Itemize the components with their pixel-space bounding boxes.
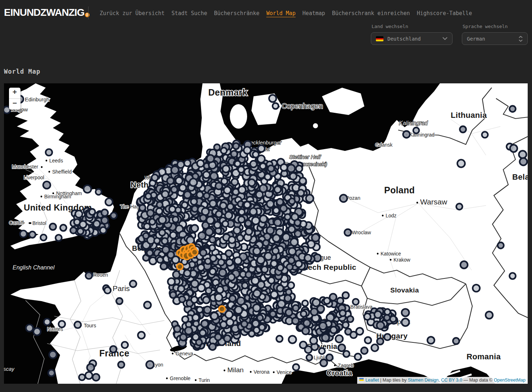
book-exchange-marker[interactable] [310,337,317,344]
book-exchange-marker[interactable] [356,328,363,335]
book-exchange-marker[interactable] [282,234,290,241]
book-exchange-marker[interactable] [203,297,210,304]
logo[interactable]: EINUNDZWANZIG ₿ [4,7,90,18]
book-exchange-marker[interactable] [89,209,95,215]
book-exchange-marker[interactable] [498,243,504,249]
book-exchange-marker[interactable] [231,179,238,185]
book-exchange-marker[interactable] [286,289,292,295]
book-exchange-marker[interactable] [248,179,255,186]
book-exchange-marker[interactable] [510,145,517,152]
nav-link-stadt-suche[interactable]: Stadt Suche [172,10,207,17]
book-exchange-marker[interactable] [297,190,304,196]
book-exchange-marker[interactable] [138,332,145,338]
book-exchange-marker[interactable] [143,233,149,239]
book-exchange-marker[interactable] [336,335,343,342]
book-exchange-marker[interactable] [206,288,212,294]
book-exchange-marker[interactable] [210,268,216,275]
book-exchange-marker[interactable] [210,172,218,180]
attribution-link[interactable]: Leaflet [365,378,379,383]
book-exchange-marker[interactable] [219,269,226,276]
book-exchange-marker[interactable] [173,217,179,223]
book-exchange-marker[interactable] [26,324,33,332]
book-exchange-marker[interactable] [46,149,52,156]
book-exchange-marker[interactable] [200,330,206,336]
book-exchange-marker[interactable] [229,295,236,302]
attribution-link[interactable]: CC BY 3.0 [441,378,462,383]
book-exchange-marker[interactable] [41,235,47,241]
book-exchange-marker[interactable] [267,200,274,208]
book-exchange-marker[interactable] [342,292,349,299]
book-exchange-marker[interactable] [260,215,267,222]
book-exchange-marker[interactable] [191,198,197,205]
book-exchange-marker[interactable] [157,202,163,208]
book-exchange-marker[interactable] [203,171,210,178]
book-exchange-marker[interactable] [320,359,327,366]
book-exchange-marker[interactable] [44,319,50,325]
book-exchange-marker[interactable] [100,227,106,234]
book-exchange-marker[interactable] [273,103,279,109]
language-select[interactable]: German [462,32,528,45]
book-exchange-marker[interactable] [353,299,359,305]
book-exchange-marker[interactable] [33,328,41,335]
book-exchange-marker[interactable] [260,185,267,192]
book-exchange-marker[interactable] [79,221,86,228]
book-exchange-marker[interactable] [271,260,277,267]
nav-link-b-cherschr-nke[interactable]: Bücherschränke [214,10,259,17]
book-exchange-marker[interactable] [207,155,214,162]
book-exchange-marker[interactable] [110,212,117,218]
book-exchange-marker[interactable] [197,192,203,198]
book-exchange-marker[interactable] [460,126,466,132]
book-exchange-marker-highlight[interactable] [177,264,183,270]
book-exchange-marker[interactable] [162,191,169,198]
book-exchange-marker[interactable] [83,185,91,193]
book-exchange-marker[interactable] [187,236,194,244]
book-exchange-marker[interactable] [384,334,391,340]
book-exchange-marker[interactable] [453,338,459,344]
book-exchange-marker[interactable] [204,193,210,199]
book-exchange-marker[interactable] [250,208,257,215]
book-exchange-marker[interactable] [231,151,237,157]
book-exchange-marker[interactable] [510,106,516,112]
book-exchange-marker[interactable] [86,272,92,279]
book-exchange-marker[interactable] [233,143,239,149]
book-exchange-marker[interactable] [242,282,248,289]
book-exchange-marker[interactable] [413,128,419,133]
book-exchange-marker[interactable] [110,346,117,352]
book-exchange-marker[interactable] [281,164,287,171]
book-exchange-marker[interactable] [70,227,76,234]
book-exchange-marker[interactable] [251,277,259,285]
book-exchange-marker[interactable] [167,177,174,184]
attribution-link[interactable]: Stamen Design [408,378,438,383]
book-exchange-marker[interactable] [206,217,214,224]
book-exchange-marker[interactable] [473,285,480,292]
book-exchange-marker[interactable] [235,161,240,167]
zoom-out-button[interactable]: − [9,99,21,110]
book-exchange-marker[interactable] [192,314,199,321]
book-exchange-marker[interactable] [184,270,191,277]
book-exchange-marker[interactable] [147,250,153,256]
book-exchange-marker[interactable] [218,259,224,266]
book-exchange-marker[interactable] [192,206,198,212]
book-exchange-marker[interactable] [289,248,296,255]
book-exchange-marker[interactable] [201,320,208,327]
book-exchange-marker[interactable] [233,227,240,234]
book-exchange-marker[interactable] [249,331,255,337]
book-exchange-marker[interactable] [198,232,206,240]
book-exchange-marker[interactable] [192,334,199,340]
book-exchange-marker[interactable] [252,320,259,327]
book-exchange-marker[interactable] [157,257,163,263]
book-exchange-marker[interactable] [204,306,211,314]
book-exchange-marker[interactable] [118,361,124,368]
book-exchange-marker[interactable] [160,263,167,269]
book-exchange-marker[interactable] [377,338,383,345]
book-exchange-marker[interactable] [299,177,306,184]
book-exchange-marker[interactable] [377,322,384,329]
book-exchange-marker[interactable] [191,296,198,303]
book-exchange-marker[interactable] [246,272,252,278]
book-exchange-marker-highlight[interactable] [219,306,225,312]
book-exchange-marker[interactable] [330,327,337,333]
book-exchange-marker[interactable] [278,300,285,308]
book-exchange-marker[interactable] [43,181,50,189]
book-exchange-marker[interactable] [258,145,265,152]
book-exchange-marker[interactable] [288,226,295,233]
